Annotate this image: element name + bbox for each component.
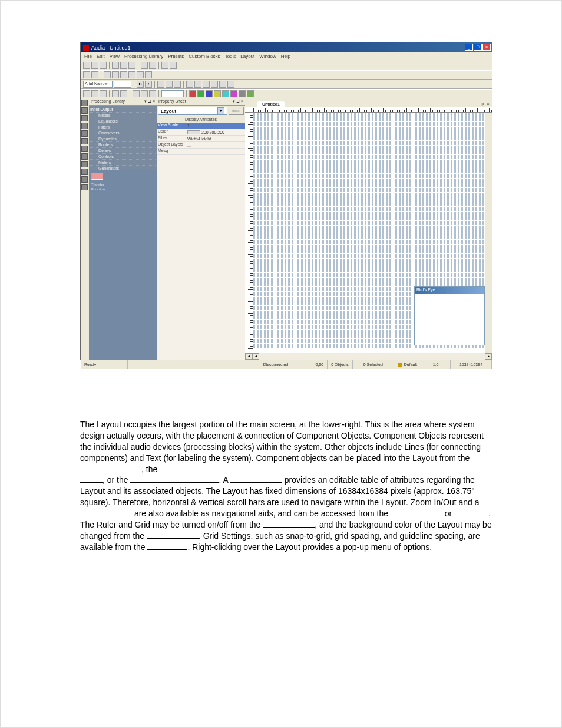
tree-item-mixers[interactable]: Mixers [90, 112, 156, 118]
prop-val[interactable]: ... [186, 142, 245, 148]
tree-item-meters[interactable]: Meters [90, 159, 156, 165]
color-cyan-icon[interactable] [222, 90, 229, 97]
copy-icon[interactable] [120, 62, 127, 69]
property-initial-button[interactable]: Initial [229, 107, 244, 115]
open-icon[interactable] [91, 62, 98, 69]
layout-tab[interactable]: Untitled1 [257, 101, 285, 107]
minimize-button[interactable]: _ [465, 44, 473, 51]
tree-item-crossovers[interactable]: Crossovers [90, 130, 156, 136]
property-row[interactable]: View Scale 1 [157, 123, 245, 129]
font-combo[interactable]: Arial Narrow [83, 81, 113, 88]
vtool-gen-icon[interactable] [81, 176, 88, 183]
redo-icon[interactable] [149, 62, 156, 69]
size-combo[interactable] [114, 81, 131, 88]
bold-icon[interactable]: B [137, 81, 144, 88]
panel-pin-icon[interactable]: ▾ ⊐ × [144, 99, 155, 104]
vtool-router-icon[interactable] [81, 146, 88, 152]
vtool-eq-icon[interactable] [81, 115, 88, 121]
align-top-icon[interactable] [128, 71, 135, 78]
menu-edit[interactable]: Edit [97, 54, 105, 60]
prop-val[interactable] [186, 149, 245, 154]
align-right-icon[interactable] [120, 71, 127, 78]
help-icon[interactable] [170, 62, 177, 69]
component-tree[interactable]: Input Output Mixers Equalizers Filters C… [89, 106, 157, 170]
line-color-icon[interactable] [194, 81, 201, 88]
color-swatch-icon[interactable] [187, 130, 200, 134]
pointer-icon[interactable] [83, 71, 90, 78]
line-weight-icon[interactable] [211, 81, 218, 88]
tree-item-routers[interactable]: Routers [90, 141, 156, 147]
color-gray-icon[interactable] [239, 90, 246, 97]
tab-close-icon[interactable]: ⊳ × [481, 101, 490, 107]
cut-icon[interactable] [112, 62, 119, 69]
tree-root[interactable]: Input Output [90, 107, 156, 112]
property-row[interactable]: Object Layers ... [157, 142, 245, 149]
maximize-button[interactable]: □ [474, 44, 482, 51]
color-green-icon[interactable] [197, 90, 204, 97]
property-object-combo[interactable]: Layout ▾ [158, 107, 227, 115]
vtool-io-icon[interactable] [81, 100, 88, 106]
menu-file[interactable]: File [84, 54, 92, 60]
birdseye-panel[interactable]: Bird's Eye [414, 286, 485, 345]
scroll-track[interactable] [259, 353, 485, 360]
vertical-scrollbar[interactable] [485, 113, 492, 353]
zoom-combo[interactable] [161, 90, 184, 97]
align-middle-icon[interactable] [137, 71, 144, 78]
tree-item-filters[interactable]: Filters [90, 124, 156, 130]
prop-val[interactable]: Width/Height [186, 136, 245, 141]
chevron-down-icon[interactable]: ▾ [217, 107, 224, 114]
print-icon[interactable] [161, 62, 168, 69]
paste-icon[interactable] [128, 62, 135, 69]
text-right-icon[interactable] [174, 81, 181, 88]
property-row[interactable]: Color 200,200,200 [157, 129, 245, 136]
property-row[interactable]: Mesg [157, 149, 245, 155]
color-yellow-icon[interactable] [214, 90, 221, 97]
text-center-icon[interactable] [166, 81, 173, 88]
vtool-delay-icon[interactable] [81, 153, 88, 160]
menu-help[interactable]: Help [281, 54, 290, 60]
compile-icon[interactable] [100, 90, 107, 97]
menu-view[interactable]: View [110, 54, 120, 60]
line-style-icon[interactable] [203, 81, 210, 88]
menu-window[interactable]: Window [259, 54, 276, 60]
grid-icon[interactable] [112, 90, 119, 97]
tree-item-controls[interactable]: Controls [90, 153, 156, 159]
shadow-icon[interactable] [227, 81, 234, 88]
tree-item-delays[interactable]: Delays [90, 147, 156, 153]
vtool-meter-icon[interactable] [81, 169, 88, 175]
menu-processing-library[interactable]: Processing Library [124, 54, 163, 60]
ruler-icon[interactable] [120, 90, 127, 97]
align-center-icon[interactable] [112, 71, 119, 78]
undo-icon[interactable] [141, 62, 148, 69]
vtool-filter-icon[interactable] [81, 123, 88, 129]
disconnect-icon[interactable] [91, 90, 98, 97]
color-blue-icon[interactable] [206, 90, 213, 97]
color-red-icon[interactable] [189, 90, 196, 97]
fill-color-icon[interactable] [186, 81, 193, 88]
vtool-diag-icon[interactable] [81, 184, 88, 190]
property-row[interactable]: Filter Width/Height [157, 136, 245, 142]
prop-val[interactable]: 200,200,200 [186, 129, 245, 135]
color-magenta-icon[interactable] [230, 90, 237, 97]
color-olive-icon[interactable] [247, 90, 254, 97]
tool-icon[interactable] [91, 71, 98, 78]
scroll-left-icon[interactable]: ◂ [245, 353, 252, 360]
zoom-fit-icon[interactable] [149, 90, 156, 97]
scroll-right-icon[interactable]: ▸ [485, 353, 492, 360]
new-icon[interactable] [83, 62, 90, 69]
zoom-out-icon[interactable] [141, 90, 148, 97]
vtool-control-icon[interactable] [81, 161, 88, 167]
connect-icon[interactable] [83, 90, 90, 97]
zoom-in-icon[interactable] [133, 90, 140, 97]
tree-item-generators[interactable]: Generators [90, 165, 156, 170]
vtool-mixer-icon[interactable] [81, 107, 88, 114]
close-button[interactable]: × [482, 44, 491, 51]
save-icon[interactable] [100, 62, 107, 69]
menu-presets[interactable]: Presets [168, 54, 184, 60]
component-preview-icon[interactable] [91, 173, 103, 180]
tree-item-equalizers[interactable]: Equalizers [90, 118, 156, 124]
align-left-icon[interactable] [104, 71, 111, 78]
vtool-xover-icon[interactable] [81, 130, 88, 137]
horizontal-scrollbar[interactable]: ◂ ◂ ▸ [245, 353, 492, 360]
tree-item-dynamics[interactable]: Dynamics [90, 136, 156, 141]
